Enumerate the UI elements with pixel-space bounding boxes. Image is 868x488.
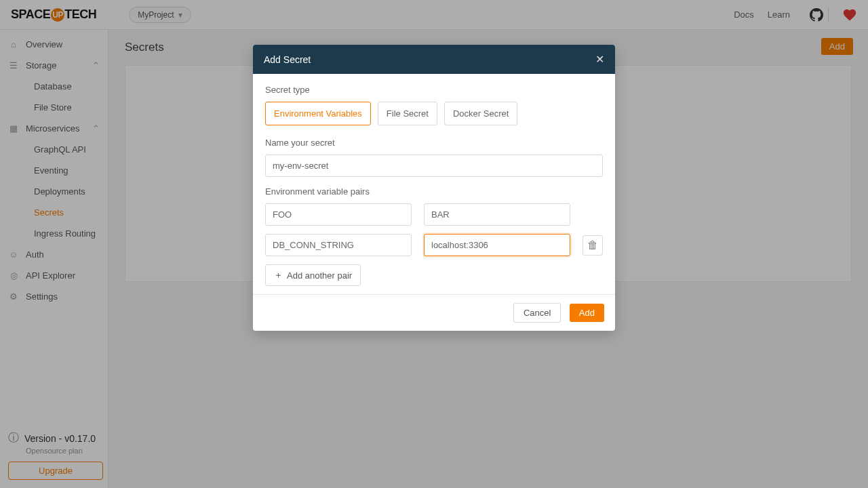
secret-name-input[interactable] (265, 155, 603, 177)
modal-body: Secret type Environment Variables File S… (253, 74, 615, 294)
env-key-input[interactable] (265, 234, 412, 256)
trash-icon: 🗑 (587, 239, 598, 251)
modal-title: Add Secret (264, 54, 311, 65)
env-value-input[interactable] (424, 203, 570, 226)
delete-pair-button[interactable]: 🗑 (583, 235, 603, 256)
env-pair-row: 🗑 (265, 234, 603, 256)
modal-overlay[interactable]: Add Secret ✕ Secret type Environment Var… (0, 0, 868, 488)
add-button[interactable]: Add (570, 304, 604, 322)
modal-footer: Cancel Add (253, 294, 615, 331)
cancel-button[interactable]: Cancel (513, 303, 561, 323)
env-value-input[interactable] (424, 234, 570, 256)
pairs-label: Environment variable pairs (265, 186, 603, 197)
env-pair-row (265, 203, 603, 226)
plus-icon: ＋ (274, 269, 283, 281)
close-icon[interactable]: ✕ (595, 53, 604, 66)
secret-type-group: Environment Variables File Secret Docker… (265, 102, 603, 125)
add-pair-label: Add another pair (287, 270, 352, 281)
type-docker-button[interactable]: Docker Secret (444, 102, 517, 125)
type-env-button[interactable]: Environment Variables (265, 102, 371, 125)
add-pair-button[interactable]: ＋ Add another pair (265, 264, 361, 286)
env-key-input[interactable] (265, 203, 412, 226)
modal-header: Add Secret ✕ (253, 45, 615, 74)
type-file-button[interactable]: File Secret (378, 102, 437, 125)
secret-type-label: Secret type (265, 85, 603, 95)
add-secret-modal: Add Secret ✕ Secret type Environment Var… (253, 45, 615, 331)
name-label: Name your secret (265, 138, 603, 148)
